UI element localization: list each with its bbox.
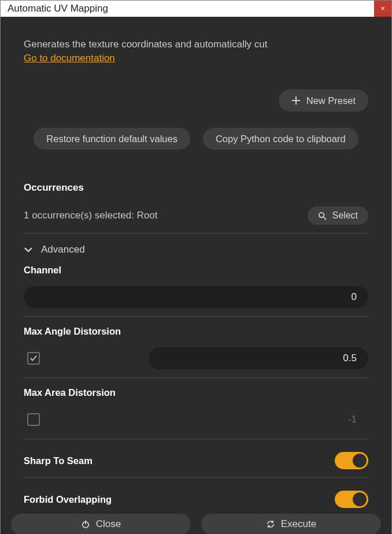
power-icon — [81, 520, 90, 529]
divider — [24, 233, 368, 233]
max-angle-distorsion-checkbox[interactable] — [27, 352, 40, 365]
sharp-to-seam-label: Sharp To Seam — [24, 455, 93, 466]
search-icon — [318, 212, 327, 220]
plus-icon — [291, 96, 301, 105]
max-angle-distorsion-label: Max Angle Distorsion — [24, 326, 368, 337]
select-button[interactable]: Select — [308, 206, 368, 225]
action-row: Restore function default values Copy Pyt… — [24, 128, 368, 150]
svg-point-0 — [319, 212, 323, 217]
divider — [24, 316, 368, 317]
select-label: Select — [332, 210, 358, 221]
window-title: Automatic UV Mapping — [8, 3, 108, 14]
dialog-scroll-area: Generates the texture coordinates and au… — [6, 21, 386, 514]
refresh-icon — [266, 520, 275, 529]
close-label: Close — [96, 518, 121, 530]
dialog-window: Automatic UV Mapping × Generates the tex… — [0, 0, 392, 534]
max-area-distorsion-input[interactable] — [149, 409, 368, 431]
sharp-to-seam-row: Sharp To Seam — [24, 452, 368, 469]
restore-defaults-button[interactable]: Restore function default values — [34, 128, 190, 150]
close-button[interactable]: Close — [11, 514, 191, 534]
divider — [24, 377, 368, 378]
description-text: Generates the texture coordinates and au… — [24, 39, 368, 50]
occurrences-heading: Occurrences — [24, 182, 368, 194]
close-icon[interactable]: × — [374, 1, 391, 17]
sharp-to-seam-toggle[interactable] — [335, 452, 368, 469]
titlebar: Automatic UV Mapping × — [1, 1, 391, 17]
forbid-overlapping-toggle[interactable] — [335, 491, 368, 508]
forbid-overlapping-label: Forbid Overlapping — [24, 494, 112, 505]
execute-label: Execute — [281, 518, 316, 530]
occurrences-row: 1 occurrence(s) selected: Root Select — [24, 206, 368, 225]
new-preset-label: New Preset — [306, 95, 356, 106]
dialog-body: Generates the texture coordinates and au… — [1, 17, 391, 534]
divider — [24, 439, 368, 439]
max-area-distorsion-row — [24, 409, 368, 431]
restore-defaults-label: Restore function default values — [46, 134, 177, 144]
max-area-distorsion-checkbox[interactable] — [27, 413, 40, 426]
execute-button[interactable]: Execute — [201, 514, 381, 534]
advanced-label: Advanced — [41, 244, 85, 255]
documentation-link[interactable]: Go to documentation — [24, 53, 368, 64]
channel-label: Channel — [24, 265, 368, 276]
occurrences-status: 1 occurrence(s) selected: Root — [24, 210, 158, 221]
copy-python-label: Copy Python code to clipboard — [216, 134, 346, 144]
max-area-distorsion-label: Max Area Distorsion — [24, 387, 368, 398]
svg-point-2 — [83, 522, 88, 528]
channel-input[interactable] — [24, 286, 368, 308]
dialog-footer: Close Execute — [6, 514, 386, 534]
advanced-toggle[interactable]: Advanced — [24, 244, 368, 255]
max-angle-distorsion-row — [24, 347, 368, 369]
max-angle-distorsion-input[interactable] — [149, 347, 368, 369]
new-preset-button[interactable]: New Preset — [279, 90, 368, 112]
copy-python-button[interactable]: Copy Python code to clipboard — [203, 128, 358, 150]
new-preset-row: New Preset — [24, 90, 368, 112]
chevron-down-icon — [24, 245, 33, 254]
divider — [24, 477, 368, 478]
svg-line-1 — [323, 217, 326, 219]
forbid-overlapping-row: Forbid Overlapping — [24, 491, 368, 508]
